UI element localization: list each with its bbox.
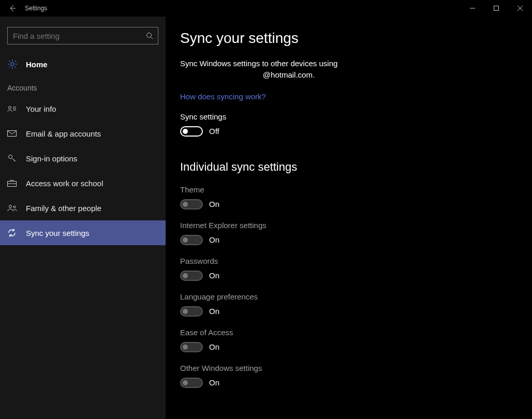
maximize-button[interactable] xyxy=(484,0,508,17)
other-windows-toggle[interactable] xyxy=(180,378,203,388)
minimize-button[interactable] xyxy=(461,0,484,17)
sync-settings-state: Off xyxy=(209,127,219,136)
other-windows-state: On xyxy=(209,378,219,387)
people-icon xyxy=(7,204,20,212)
svg-point-7 xyxy=(9,205,12,208)
sync-description: Sync Windows settings to other devices u… xyxy=(180,58,397,81)
svg-point-5 xyxy=(9,155,12,159)
how-syncing-works-link[interactable]: How does syncing work? xyxy=(180,92,266,101)
ie-settings-toggle[interactable] xyxy=(180,235,203,245)
search-input[interactable] xyxy=(7,27,158,44)
nav-label: Sync your settings xyxy=(26,229,90,237)
svg-point-8 xyxy=(13,206,16,208)
page-title: Sync your settings xyxy=(180,30,532,47)
nav-your-info[interactable]: Your info xyxy=(0,96,166,121)
content: Sync your settings Sync Windows settings… xyxy=(166,17,532,419)
nav-work-school[interactable]: Access work or school xyxy=(0,171,166,196)
nav-email-accounts[interactable]: Email & app accounts xyxy=(0,121,166,146)
sidebar-home[interactable]: Home xyxy=(0,53,166,76)
nav-label: Sign-in options xyxy=(26,154,77,163)
gear-icon xyxy=(7,59,20,69)
window-title: Settings xyxy=(25,5,47,12)
sidebar: Home Accounts Your info Email & app acco… xyxy=(0,17,166,419)
svg-point-3 xyxy=(9,107,11,109)
sync-icon xyxy=(7,228,20,237)
arrow-left-icon xyxy=(8,4,17,12)
language-toggle[interactable] xyxy=(180,306,203,317)
individual-sync-heading: Individual sync settings xyxy=(180,160,532,174)
minimize-icon xyxy=(470,6,475,11)
svg-rect-0 xyxy=(494,6,499,11)
search-icon xyxy=(146,32,153,39)
sync-settings-label: Sync settings xyxy=(180,112,532,121)
theme-label: Theme xyxy=(180,185,532,194)
nav-label: Email & app accounts xyxy=(26,129,101,138)
titlebar: Settings xyxy=(0,0,532,17)
ie-settings-label: Internet Explorer settings xyxy=(180,221,532,230)
theme-state: On xyxy=(209,200,219,208)
briefcase-icon xyxy=(7,179,20,187)
nav-label: Access work or school xyxy=(26,179,103,188)
ease-access-state: On xyxy=(209,342,219,351)
mail-icon xyxy=(7,130,20,137)
nav-sync-settings[interactable]: Sync your settings xyxy=(0,220,166,245)
ease-access-toggle[interactable] xyxy=(180,342,203,352)
svg-rect-4 xyxy=(8,131,17,137)
nav-label: Your info xyxy=(26,104,56,113)
other-windows-label: Other Windows settings xyxy=(180,364,532,372)
svg-point-2 xyxy=(11,63,14,66)
svg-point-1 xyxy=(147,33,152,38)
theme-toggle[interactable] xyxy=(180,199,203,210)
passwords-state: On xyxy=(209,271,219,280)
language-label: Language preferences xyxy=(180,292,532,301)
nav-family[interactable]: Family & other people xyxy=(0,196,166,220)
home-label: Home xyxy=(26,60,48,69)
back-button[interactable] xyxy=(0,0,25,17)
maximize-icon xyxy=(494,6,499,11)
passwords-toggle[interactable] xyxy=(180,271,203,281)
sync-settings-toggle[interactable] xyxy=(180,126,203,137)
person-card-icon xyxy=(7,105,20,112)
close-button[interactable] xyxy=(508,0,532,17)
passwords-label: Passwords xyxy=(180,257,532,265)
nav-signin-options[interactable]: Sign-in options xyxy=(0,146,166,171)
ie-settings-state: On xyxy=(209,235,219,244)
ease-access-label: Ease of Access xyxy=(180,328,532,337)
key-icon xyxy=(7,154,20,163)
language-state: On xyxy=(209,307,219,316)
close-icon xyxy=(518,6,523,11)
category-label: Accounts xyxy=(0,76,166,96)
nav-label: Family & other people xyxy=(26,204,101,213)
